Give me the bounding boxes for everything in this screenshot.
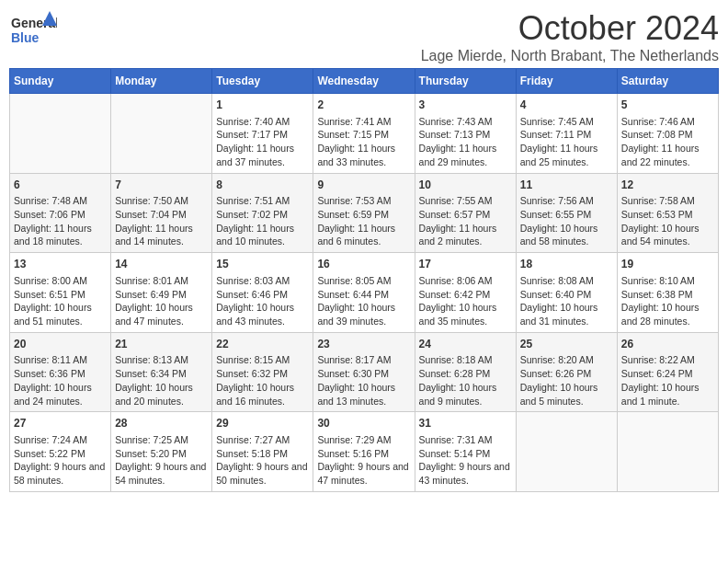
day-number: 14 <box>115 257 208 272</box>
header-cell-sunday: Sunday <box>10 69 111 94</box>
day-cell: 7Sunrise: 7:50 AMSunset: 7:04 PMDaylight… <box>111 173 212 253</box>
calendar-header: SundayMondayTuesdayWednesdayThursdayFrid… <box>10 69 719 94</box>
day-number: 2 <box>317 98 410 113</box>
day-info: Daylight: 11 hours and 10 minutes. <box>216 222 309 248</box>
day-cell: 9Sunrise: 7:53 AMSunset: 6:59 PMDaylight… <box>313 173 415 253</box>
week-row-3: 13Sunrise: 8:00 AMSunset: 6:51 PMDayligh… <box>10 253 719 333</box>
day-info: Daylight: 9 hours and 58 minutes. <box>14 460 107 487</box>
day-number: 1 <box>216 98 309 113</box>
day-cell: 4Sunrise: 7:45 AMSunset: 7:11 PMDaylight… <box>516 94 617 174</box>
day-cell: 29Sunrise: 7:27 AMSunset: 5:18 PMDayligh… <box>212 412 313 492</box>
day-number: 10 <box>419 178 512 193</box>
day-cell: 18Sunrise: 8:08 AMSunset: 6:40 PMDayligh… <box>516 253 617 333</box>
day-info: Sunrise: 7:53 AM <box>317 194 410 208</box>
day-number: 22 <box>216 337 309 352</box>
day-cell: 11Sunrise: 7:56 AMSunset: 6:55 PMDayligh… <box>516 173 617 253</box>
day-info: Daylight: 11 hours and 33 minutes. <box>317 142 410 168</box>
day-info: Daylight: 9 hours and 50 minutes. <box>216 460 309 487</box>
day-info: Daylight: 10 hours and 24 minutes. <box>14 381 107 408</box>
day-cell: 14Sunrise: 8:01 AMSunset: 6:49 PMDayligh… <box>111 253 212 333</box>
day-info: Sunrise: 7:45 AM <box>520 115 613 129</box>
day-info: Sunrise: 8:15 AM <box>216 353 309 367</box>
day-info: Sunrise: 7:25 AM <box>115 433 208 447</box>
day-number: 8 <box>216 178 309 193</box>
day-info: Sunrise: 7:50 AM <box>115 194 208 208</box>
day-number: 15 <box>216 257 309 272</box>
header-cell-friday: Friday <box>516 69 617 94</box>
day-info: Daylight: 11 hours and 2 minutes. <box>419 222 512 248</box>
svg-text:Blue: Blue <box>11 30 40 45</box>
location: Lage Mierde, North Brabant, The Netherla… <box>421 48 719 64</box>
day-info: Daylight: 11 hours and 37 minutes. <box>216 142 309 168</box>
day-cell: 31Sunrise: 7:31 AMSunset: 5:14 PMDayligh… <box>415 412 516 492</box>
day-info: Sunrise: 7:56 AM <box>520 194 613 208</box>
day-info: Daylight: 10 hours and 28 minutes. <box>621 301 714 327</box>
day-info: Sunrise: 8:05 AM <box>317 274 410 288</box>
header-cell-thursday: Thursday <box>415 69 516 94</box>
day-cell: 27Sunrise: 7:24 AMSunset: 5:22 PMDayligh… <box>10 412 111 492</box>
day-cell: 2Sunrise: 7:41 AMSunset: 7:15 PMDaylight… <box>313 94 415 174</box>
week-row-5: 27Sunrise: 7:24 AMSunset: 5:22 PMDayligh… <box>10 412 719 492</box>
day-info: Sunset: 5:16 PM <box>317 447 410 461</box>
day-info: Daylight: 10 hours and 58 minutes. <box>520 222 613 248</box>
header-cell-wednesday: Wednesday <box>313 69 415 94</box>
day-info: Sunrise: 8:01 AM <box>115 274 208 288</box>
day-info: Sunrise: 7:31 AM <box>419 433 512 447</box>
day-number: 31 <box>419 416 512 431</box>
page-header: General Blue October 2024 Lage Mierde, N… <box>9 9 719 64</box>
day-cell: 30Sunrise: 7:29 AMSunset: 5:16 PMDayligh… <box>313 412 415 492</box>
day-info: Daylight: 11 hours and 18 minutes. <box>14 222 107 248</box>
header-cell-saturday: Saturday <box>617 69 718 94</box>
day-info: Sunset: 7:08 PM <box>621 128 714 142</box>
day-info: Sunrise: 7:40 AM <box>216 115 309 129</box>
day-info: Sunset: 6:30 PM <box>317 367 410 381</box>
day-number: 30 <box>317 416 410 431</box>
day-info: Sunset: 6:26 PM <box>520 367 613 381</box>
day-number: 6 <box>14 178 107 193</box>
day-info: Sunrise: 7:55 AM <box>419 194 512 208</box>
day-cell: 6Sunrise: 7:48 AMSunset: 7:06 PMDaylight… <box>10 173 111 253</box>
day-info: Sunset: 6:28 PM <box>419 367 512 381</box>
day-cell <box>111 94 212 174</box>
day-cell: 24Sunrise: 8:18 AMSunset: 6:28 PMDayligh… <box>415 332 516 412</box>
day-cell: 10Sunrise: 7:55 AMSunset: 6:57 PMDayligh… <box>415 173 516 253</box>
day-number: 27 <box>14 416 107 431</box>
day-cell: 22Sunrise: 8:15 AMSunset: 6:32 PMDayligh… <box>212 332 313 412</box>
header-cell-tuesday: Tuesday <box>212 69 313 94</box>
day-info: Sunset: 6:59 PM <box>317 208 410 222</box>
day-info: Sunset: 7:15 PM <box>317 128 410 142</box>
day-number: 20 <box>14 337 107 352</box>
day-info: Sunrise: 7:58 AM <box>621 194 714 208</box>
day-cell: 8Sunrise: 7:51 AMSunset: 7:02 PMDaylight… <box>212 173 313 253</box>
day-info: Sunset: 6:44 PM <box>317 288 410 302</box>
day-number: 18 <box>520 257 613 272</box>
day-number: 29 <box>216 416 309 431</box>
day-number: 21 <box>115 337 208 352</box>
day-info: Sunrise: 8:11 AM <box>14 353 107 367</box>
day-info: Daylight: 10 hours and 54 minutes. <box>621 222 714 248</box>
day-info: Sunset: 7:02 PM <box>216 208 309 222</box>
day-info: Sunset: 6:49 PM <box>115 288 208 302</box>
day-info: Daylight: 10 hours and 35 minutes. <box>419 301 512 327</box>
day-info: Sunrise: 8:03 AM <box>216 274 309 288</box>
title-section: October 2024 Lage Mierde, North Brabant,… <box>421 9 719 64</box>
day-cell <box>617 412 718 492</box>
day-info: Sunset: 5:22 PM <box>14 447 107 461</box>
day-cell: 25Sunrise: 8:20 AMSunset: 6:26 PMDayligh… <box>516 332 617 412</box>
day-number: 17 <box>419 257 512 272</box>
day-cell: 1Sunrise: 7:40 AMSunset: 7:17 PMDaylight… <box>212 94 313 174</box>
day-info: Daylight: 10 hours and 5 minutes. <box>520 381 613 408</box>
day-cell <box>10 94 111 174</box>
day-info: Sunrise: 8:17 AM <box>317 353 410 367</box>
day-info: Daylight: 10 hours and 16 minutes. <box>216 381 309 408</box>
day-info: Daylight: 10 hours and 13 minutes. <box>317 381 410 408</box>
day-number: 13 <box>14 257 107 272</box>
day-info: Sunset: 6:34 PM <box>115 367 208 381</box>
day-info: Daylight: 11 hours and 22 minutes. <box>621 142 714 168</box>
day-number: 4 <box>520 98 613 113</box>
day-cell: 5Sunrise: 7:46 AMSunset: 7:08 PMDaylight… <box>617 94 718 174</box>
day-info: Sunrise: 7:41 AM <box>317 115 410 129</box>
day-info: Sunrise: 7:29 AM <box>317 433 410 447</box>
day-info: Daylight: 11 hours and 6 minutes. <box>317 222 410 248</box>
day-info: Sunset: 6:57 PM <box>419 208 512 222</box>
